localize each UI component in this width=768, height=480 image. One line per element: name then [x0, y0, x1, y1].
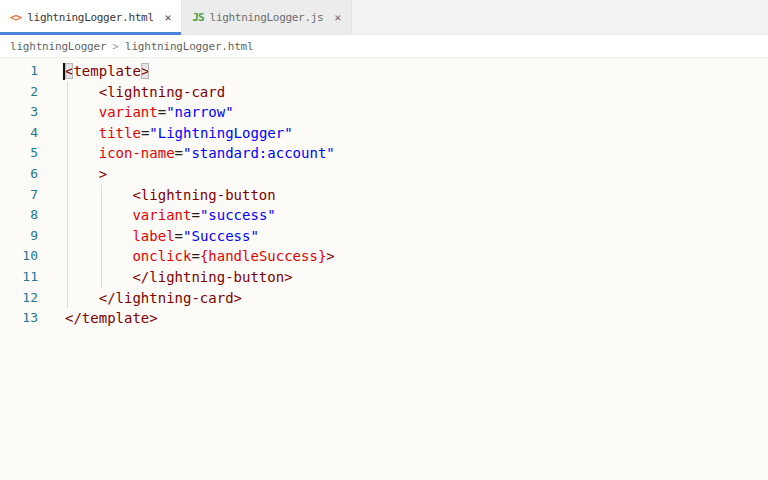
- code-line[interactable]: 13</template>: [0, 308, 768, 329]
- code-line-content: label="Success": [65, 226, 259, 247]
- code-line-content: </template>: [65, 308, 158, 329]
- indent-guide: [67, 226, 68, 247]
- code-token: =: [191, 248, 199, 264]
- code-line-content: <lightning-button: [65, 185, 276, 206]
- tab-label: lightningLogger.js: [210, 11, 324, 24]
- indent-guide: [67, 102, 68, 123]
- close-tab-icon[interactable]: ✕: [334, 11, 341, 24]
- indent-guide: [67, 267, 68, 288]
- indent-guide: [67, 164, 68, 185]
- code-token: <lightning-button: [132, 187, 275, 203]
- indent-guide: [67, 123, 68, 144]
- line-number: 6: [0, 164, 38, 185]
- code-line-content: icon-name="standard:account": [65, 143, 335, 164]
- tab-list: <>lightningLogger.html✕JSlightningLogger…: [0, 0, 352, 34]
- indent-guide: [67, 143, 68, 164]
- line-number: 9: [0, 226, 38, 247]
- indent-guide: [67, 185, 68, 206]
- breadcrumb: lightningLogger>lightningLogger.html: [0, 35, 768, 58]
- line-number: 2: [0, 82, 38, 103]
- line-number: 8: [0, 205, 38, 226]
- code-token: variant: [132, 207, 191, 223]
- code-token: label: [132, 228, 174, 244]
- code-token: </lightning-button>: [132, 269, 292, 285]
- code-line-content: <lightning-card: [65, 82, 225, 103]
- line-number: 11: [0, 267, 38, 288]
- line-number: 3: [0, 102, 38, 123]
- code-token: icon-name: [99, 145, 175, 161]
- tab-html[interactable]: <>lightningLogger.html✕: [0, 0, 182, 34]
- code-token: variant: [99, 104, 158, 120]
- code-token: =: [191, 207, 199, 223]
- code-token: =: [175, 228, 183, 244]
- code-token: <lightning-card: [99, 84, 225, 100]
- code-token: template: [73, 63, 140, 79]
- code-line[interactable]: 12 </lightning-card>: [0, 288, 768, 309]
- code-token: "standard:account": [183, 145, 335, 161]
- indent-guide: [101, 246, 102, 267]
- code-line[interactable]: 11 </lightning-button>: [0, 267, 768, 288]
- code-token: >: [99, 166, 107, 182]
- code-line[interactable]: 2 <lightning-card: [0, 82, 768, 103]
- js-file-icon: JS: [192, 11, 203, 24]
- code-line-content: onclick={handleSuccess}>: [65, 246, 335, 267]
- code-token: onclick: [132, 248, 191, 264]
- indent-guide: [67, 246, 68, 267]
- code-token: "Success": [183, 228, 259, 244]
- code-line[interactable]: 10 onclick={handleSuccess}>: [0, 246, 768, 267]
- code-token: "narrow": [166, 104, 233, 120]
- indent-guide: [67, 288, 68, 309]
- code-token: </template>: [65, 310, 158, 326]
- indent-guide: [67, 82, 68, 103]
- indent-guide: [67, 205, 68, 226]
- html-file-icon: <>: [10, 11, 21, 24]
- code-line[interactable]: 4 title="LightningLogger": [0, 123, 768, 144]
- indent-guide: [101, 185, 102, 206]
- breadcrumb-item[interactable]: lightningLogger.html: [125, 40, 253, 53]
- line-number: 13: [0, 308, 38, 329]
- code-line-content: </lightning-card>: [65, 288, 242, 309]
- code-token: =: [158, 104, 166, 120]
- line-number: 10: [0, 246, 38, 267]
- breadcrumb-separator: >: [112, 40, 119, 53]
- code-line-content: variant="success": [65, 205, 276, 226]
- code-token: =: [175, 145, 183, 161]
- line-number: 5: [0, 143, 38, 164]
- code-token: >: [141, 63, 149, 79]
- close-tab-icon[interactable]: ✕: [165, 11, 172, 24]
- code-token: >: [326, 248, 334, 264]
- breadcrumb-item[interactable]: lightningLogger: [10, 40, 106, 53]
- code-line[interactable]: 7 <lightning-button: [0, 185, 768, 206]
- code-token: </lightning-card>: [99, 290, 242, 306]
- line-number: 12: [0, 288, 38, 309]
- code-line-content: variant="narrow": [65, 102, 234, 123]
- indent-guide: [101, 205, 102, 226]
- code-line-content: title="LightningLogger": [65, 123, 293, 144]
- code-line-content: <template>: [65, 61, 149, 82]
- tab-label: lightningLogger.html: [27, 11, 153, 24]
- text-cursor: [63, 63, 65, 80]
- line-number: 1: [0, 61, 38, 82]
- code-token: "success": [200, 207, 276, 223]
- code-token: title: [99, 125, 141, 141]
- code-line[interactable]: 5 icon-name="standard:account": [0, 143, 768, 164]
- line-number: 7: [0, 185, 38, 206]
- code-line[interactable]: 3 variant="narrow": [0, 102, 768, 123]
- code-line-content: >: [65, 164, 107, 185]
- code-line-content: </lightning-button>: [65, 267, 293, 288]
- tab-js[interactable]: JSlightningLogger.js✕: [182, 0, 352, 34]
- code-line[interactable]: 9 label="Success": [0, 226, 768, 247]
- indent-guide: [101, 267, 102, 288]
- editor-tab-bar: <>lightningLogger.html✕JSlightningLogger…: [0, 0, 768, 35]
- indent-guide: [101, 226, 102, 247]
- code-token: {handleSuccess}: [200, 248, 326, 264]
- code-editor[interactable]: 1<template>2 <lightning-card3 variant="n…: [0, 58, 768, 329]
- line-number: 4: [0, 123, 38, 144]
- code-line[interactable]: 6 >: [0, 164, 768, 185]
- code-line[interactable]: 8 variant="success": [0, 205, 768, 226]
- code-line[interactable]: 1<template>: [0, 61, 768, 82]
- code-editor-window: <>lightningLogger.html✕JSlightningLogger…: [0, 0, 768, 329]
- code-token: "LightningLogger": [149, 125, 292, 141]
